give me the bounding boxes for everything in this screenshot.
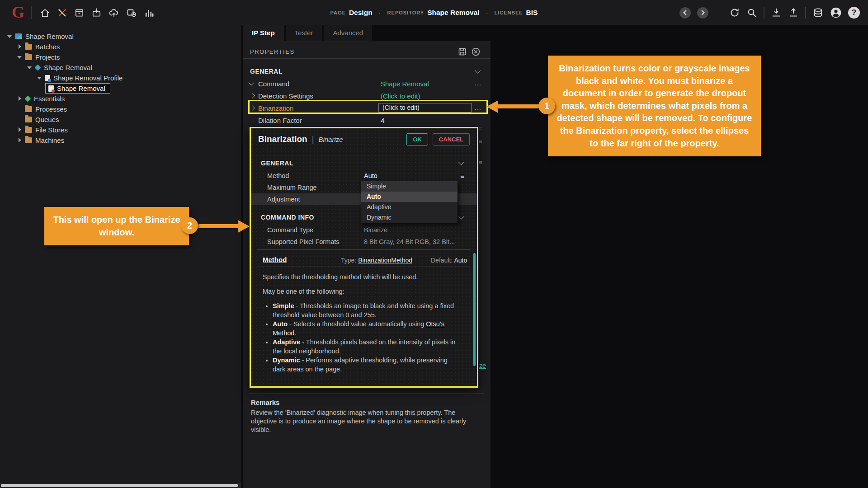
property-value: 8 Bit Gray, 24 Bit RGB, 32 Bit... [364, 238, 455, 245]
tree-item-project-shape-removal[interactable]: Shape Removal [0, 62, 241, 73]
expander-right-icon[interactable] [16, 137, 24, 144]
property-label: Command Type [267, 226, 313, 234]
cancel-button[interactable]: CANCEL [433, 133, 470, 145]
chevron-down-icon[interactable] [458, 214, 464, 220]
property-value[interactable]: Auto [364, 172, 377, 179]
tree-item-projects[interactable]: Projects [0, 52, 241, 62]
chevron-right-icon[interactable] [249, 93, 255, 99]
refresh-icon[interactable] [729, 7, 740, 18]
ellipsis-button[interactable]: ... [474, 103, 481, 111]
dropdown-option-adaptive[interactable]: Adaptive [361, 202, 458, 212]
close-icon[interactable] [471, 47, 481, 56]
selected-node-box[interactable]: Shape Removal [45, 83, 110, 94]
tab-advanced[interactable]: Advanced [324, 25, 372, 41]
tools-icon[interactable] [57, 8, 67, 18]
node-tree-panel: Shape Removal Batches Projects Shape Rem… [0, 25, 241, 488]
bullet-term: Simple [273, 302, 294, 310]
user-icon[interactable] [830, 7, 842, 19]
tab-tester[interactable]: Tester [286, 25, 322, 41]
save-icon[interactable] [458, 47, 467, 56]
import-box-icon[interactable] [91, 8, 102, 18]
property-value[interactable]: 4 [381, 116, 384, 124]
clipped-link-fragment[interactable]: ze [479, 362, 486, 369]
callout1-arrow-bar [496, 104, 540, 108]
chevron-down-icon[interactable] [475, 67, 481, 73]
dialog-section-general[interactable]: GENERAL [251, 157, 477, 169]
property-row-command[interactable]: Command Shape Removal ... [243, 77, 491, 89]
dialog-row-pixel-formats[interactable]: Supported Pixel Formats 8 Bit Gray, 24 B… [251, 236, 477, 248]
vertical-scrollbar[interactable] [473, 253, 476, 366]
ellipsis-button[interactable]: ... [474, 79, 481, 87]
dialog-row-command-type[interactable]: Command Type Binarize [251, 224, 477, 236]
help-icon[interactable]: ? [848, 7, 860, 19]
bar-chart-icon[interactable] [144, 8, 154, 18]
dropdown-menu-icon[interactable]: ≡ [460, 172, 464, 180]
tree-item-processes[interactable]: Processes [0, 104, 241, 114]
section-title: COMMAND INFO [261, 214, 314, 221]
bullet-term: Auto [273, 320, 288, 328]
expander-right-icon[interactable] [16, 95, 24, 102]
expander-spacer [16, 106, 24, 113]
horizontal-scrollbar[interactable] [0, 483, 241, 488]
repository-value[interactable]: Shape Removal [427, 9, 479, 17]
expander-down-icon[interactable] [6, 33, 14, 40]
property-value-link[interactable]: (Click to edit) [381, 92, 420, 99]
folder-icon [25, 117, 32, 122]
download-icon[interactable] [771, 7, 782, 18]
tree-item-machines[interactable]: Machines [0, 135, 241, 145]
home-icon[interactable] [40, 8, 50, 18]
row-grip-icon: ≡ [479, 138, 482, 145]
ok-button[interactable]: OK [406, 133, 428, 145]
tree-item-essentials[interactable]: Essentials [0, 94, 241, 104]
property-value-editor[interactable]: (Click to edit) [378, 103, 472, 113]
property-row-binarization[interactable]: Binarization (Click to edit) ... [243, 102, 491, 114]
tree-item-file-stores[interactable]: File Stores [0, 125, 241, 135]
page-value[interactable]: Design [349, 9, 373, 17]
forward-icon[interactable] [697, 7, 708, 19]
help-bullet: Simple - Thresholds an image to black an… [273, 302, 460, 319]
property-label: Detection Settings [258, 92, 313, 99]
dropdown-option-auto[interactable]: Auto [361, 192, 458, 202]
search-icon[interactable] [746, 7, 757, 18]
pending-box-icon[interactable] [126, 7, 137, 18]
section-header-general[interactable]: GENERAL [243, 65, 491, 77]
tree-item-batches[interactable]: Batches [0, 42, 241, 52]
tree-item-root[interactable]: Shape Removal [0, 31, 241, 42]
dropdown-option-dynamic[interactable]: Dynamic [361, 212, 458, 223]
property-row-detection-settings[interactable]: Detection Settings (Click to edit) [243, 89, 491, 102]
tree-item-shape-removal-profile[interactable]: Shape Removal Profile [0, 73, 241, 83]
row-grip-icon: ≡ [479, 125, 482, 131]
section-title: GENERAL [250, 68, 283, 75]
chevron-right-icon[interactable] [249, 105, 255, 111]
scrollbar-thumb[interactable] [1, 484, 238, 487]
tree-item-label: Shape Removal [57, 84, 105, 92]
ip-step-icon [48, 85, 54, 92]
back-icon[interactable] [679, 7, 691, 19]
property-label: Dilation Factor [258, 116, 302, 124]
tree-item-shape-removal-step-selected[interactable]: Shape Removal [0, 83, 241, 94]
bullet-text: - Selects a threshold value automaticall… [288, 320, 426, 328]
expander-right-icon[interactable] [16, 43, 24, 50]
property-row-dilation-factor[interactable]: Dilation Factor 4 [243, 114, 491, 126]
layers-icon[interactable] [812, 7, 824, 19]
tab-ip-step[interactable]: IP Step [243, 25, 284, 41]
help-property-link[interactable]: Method [263, 256, 287, 263]
expander-right-icon[interactable] [16, 127, 24, 133]
chevron-down-icon[interactable] [458, 160, 464, 165]
dialog-row-method[interactable]: Method Auto ≡ [251, 170, 477, 182]
cloud-upload-icon[interactable] [108, 7, 119, 18]
property-value-link[interactable]: Shape Removal [381, 80, 429, 87]
type-value-link[interactable]: BinarizationMethod [358, 257, 412, 264]
project-icon [34, 64, 41, 70]
expander-down-icon[interactable] [16, 54, 24, 61]
expander-down-icon[interactable] [26, 64, 34, 71]
tree-item-queues[interactable]: Queues [0, 114, 241, 125]
expander-down-icon[interactable] [36, 75, 44, 81]
upload-icon[interactable] [788, 7, 799, 18]
chevron-down-icon[interactable] [248, 80, 254, 85]
dropdown-option-simple[interactable]: Simple [361, 181, 458, 192]
callout2-text-box: This will open up the Binarize window. [44, 207, 189, 245]
toolbar-separator [805, 7, 806, 19]
bullet-text: - Thresholds pixels based on the intensi… [273, 338, 455, 355]
archive-icon[interactable] [74, 8, 85, 18]
